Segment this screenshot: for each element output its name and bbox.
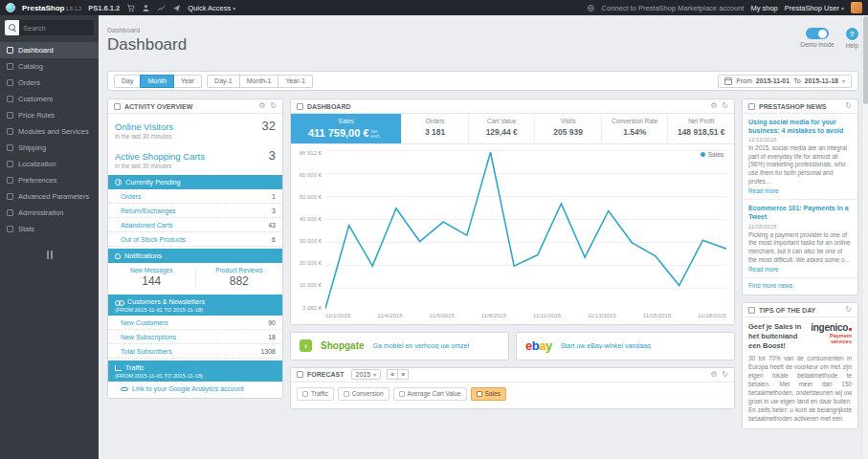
dashboard-panel: DASHBOARD ⚙ ↻ Sales 411 759,00 €tax excl… bbox=[290, 98, 735, 325]
shopgate-link[interactable]: Ga mobiel en verhoog uw omzet bbox=[373, 342, 470, 349]
article-title-link[interactable]: Ecommerce 101: Payments in a Tweet bbox=[748, 204, 852, 221]
abandoned-carts-link[interactable]: Abandoned Carts bbox=[121, 222, 172, 229]
range-button-year-1[interactable]: Year-1 bbox=[278, 75, 312, 88]
gear-icon[interactable]: ⚙ bbox=[258, 102, 265, 110]
search-input[interactable] bbox=[19, 24, 94, 33]
range-button-month-1[interactable]: Month-1 bbox=[239, 75, 279, 88]
legend-average-cart-value[interactable]: Average Cart Value bbox=[393, 387, 467, 401]
article-title-link[interactable]: Using social media for your business: 4 … bbox=[748, 118, 852, 135]
legend-conversion[interactable]: Conversion bbox=[338, 387, 389, 401]
range-button-month[interactable]: Month bbox=[140, 75, 173, 88]
stats-icon bbox=[7, 226, 13, 232]
sidebar-item-stats[interactable]: Stats bbox=[0, 221, 99, 237]
news-article: Using social media for your business: 4 … bbox=[743, 114, 857, 200]
rocket-icon[interactable] bbox=[172, 4, 181, 12]
year-select[interactable]: 2015▾ bbox=[351, 369, 382, 380]
sidebar-collapse-button[interactable] bbox=[47, 251, 53, 259]
sidebar-item-price-rules[interactable]: Price Rules bbox=[0, 107, 99, 123]
online-visitors-link[interactable]: Online Visitors bbox=[115, 121, 173, 132]
quick-access-menu[interactable]: Quick Access ▾ bbox=[188, 4, 235, 12]
date-range-picker[interactable]: From 2015-11-01 To 2015-11-18 ▾ bbox=[718, 75, 852, 88]
product-reviews-link[interactable]: Product Reviews 882 bbox=[195, 267, 283, 288]
help-button[interactable]: ? bbox=[846, 28, 858, 40]
gear-icon[interactable]: ⚙ bbox=[710, 371, 717, 379]
sales-line-svg bbox=[325, 150, 726, 311]
kpi-conversion-rate[interactable]: Conversion Rate 1.54% bbox=[602, 114, 669, 143]
end-date: 2015-11-18 bbox=[805, 77, 838, 84]
avatar[interactable] bbox=[851, 2, 862, 13]
article-excerpt: In 2015, social media are an integral pa… bbox=[748, 144, 852, 186]
marketplace-link[interactable]: Connect to PrestaShop Marketplace accoun… bbox=[602, 4, 745, 12]
refresh-icon[interactable]: ↻ bbox=[845, 102, 852, 110]
out-of-stock-link[interactable]: Out of Stock Products bbox=[121, 236, 186, 243]
read-more-link[interactable]: Read more bbox=[748, 187, 852, 194]
refresh-icon[interactable]: ↻ bbox=[722, 371, 728, 379]
start-date: 2015-11-01 bbox=[756, 77, 790, 84]
sidebar-item-advanced-parameters[interactable]: Advanced Parameters bbox=[0, 188, 99, 205]
chart-y-axis: 66 912 €60 000 € 50 000 €40 000 € 30 000… bbox=[295, 150, 325, 311]
pending-row: Return/Exchanges3 bbox=[108, 204, 282, 218]
kpi-net-profit[interactable]: Net Profit 148 918,51 € bbox=[668, 114, 734, 143]
online-visitors-value: 32 bbox=[262, 119, 276, 133]
sidebar-item-orders[interactable]: Orders bbox=[0, 75, 99, 91]
range-button-year[interactable]: Year bbox=[173, 75, 202, 88]
chevron-down-icon: ▾ bbox=[233, 6, 235, 11]
forecast-panel: FORECAST 2015▾ « » ⚙ ↻ Traffic Con bbox=[290, 367, 735, 409]
help-label: Help bbox=[846, 42, 858, 49]
breadcrumb[interactable]: Dashboard bbox=[107, 27, 187, 33]
sidebar-item-customers[interactable]: Customers bbox=[0, 91, 99, 107]
cart-icon[interactable] bbox=[126, 4, 135, 12]
total-subscribers-link[interactable]: Total Subscribers bbox=[121, 348, 172, 355]
sidebar-item-administration[interactable]: Administration bbox=[0, 205, 99, 221]
next-year-button[interactable]: » bbox=[397, 369, 409, 380]
chart-icon[interactable] bbox=[157, 4, 166, 12]
scrollbar-thumb[interactable] bbox=[863, 16, 868, 104]
article-date: 11/12/2015 bbox=[748, 137, 852, 142]
orders-link[interactable]: Orders bbox=[121, 193, 141, 200]
kpi-cart-value[interactable]: Cart Value 129,44 € bbox=[469, 114, 536, 143]
range-button-day[interactable]: Day bbox=[114, 75, 141, 88]
sidebar-item-dashboard[interactable]: Dashboard bbox=[0, 42, 99, 58]
google-analytics-link[interactable]: Link to your Google Analytics account bbox=[108, 382, 282, 398]
kpi-sales[interactable]: Sales 411 759,00 €tax excl. bbox=[291, 114, 402, 143]
article-excerpt: Picking a payment provider is one of the… bbox=[748, 231, 852, 265]
kpi-orders[interactable]: Orders 3 181 bbox=[402, 114, 469, 143]
find-more-news-link[interactable]: Find more news bbox=[743, 278, 857, 295]
person-icon[interactable] bbox=[142, 4, 150, 12]
search-icon bbox=[9, 24, 16, 32]
chart-legend[interactable]: Sales bbox=[701, 151, 723, 158]
shipping-icon bbox=[7, 144, 13, 151]
read-more-link[interactable]: Read more bbox=[748, 266, 852, 273]
legend-sales[interactable]: Sales bbox=[471, 387, 506, 401]
new-messages-link[interactable]: New Messages 144 bbox=[108, 267, 195, 288]
new-subscriptions-link[interactable]: New Subscriptions bbox=[121, 334, 176, 340]
demo-mode-label: Demo mode bbox=[800, 41, 834, 48]
sidebar-item-modules[interactable]: Modules and Services bbox=[0, 123, 99, 140]
active-carts-link[interactable]: Active Shopping Carts bbox=[115, 151, 205, 162]
sidebar-item-preferences[interactable]: Preferences bbox=[0, 172, 99, 188]
sidebar-item-shipping[interactable]: Shipping bbox=[0, 140, 99, 156]
refresh-icon[interactable]: ↻ bbox=[722, 102, 728, 110]
shop-name-link[interactable]: PS1.6.1.2 bbox=[88, 4, 120, 12]
calendar-icon bbox=[724, 77, 732, 85]
online-visitors-subtitle: in the last 30 minutes bbox=[108, 133, 282, 143]
search-button[interactable] bbox=[5, 20, 19, 35]
range-button-day-1[interactable]: Day-1 bbox=[207, 75, 240, 88]
refresh-icon[interactable]: ↻ bbox=[845, 306, 852, 314]
filter-bar: Day Month Year Day-1 Month-1 Year-1 From… bbox=[107, 71, 858, 91]
new-customers-link[interactable]: New Customers bbox=[121, 319, 168, 326]
refresh-icon[interactable]: ↻ bbox=[270, 102, 277, 110]
demo-mode-toggle[interactable] bbox=[806, 28, 829, 39]
customers-row: New Customers90 bbox=[108, 316, 282, 330]
gear-icon[interactable]: ⚙ bbox=[710, 102, 717, 110]
my-shop-link[interactable]: My shop bbox=[750, 4, 777, 12]
news-article: Ecommerce 101: Payments in a Tweet 11/05… bbox=[743, 200, 857, 278]
sidebar-item-catalog[interactable]: Catalog bbox=[0, 58, 99, 75]
kpi-visits[interactable]: Visits 205 939 bbox=[535, 114, 602, 143]
returns-link[interactable]: Return/Exchanges bbox=[121, 208, 176, 214]
user-menu[interactable]: PrestaShop User ▾ bbox=[785, 4, 844, 12]
ebay-link[interactable]: Start uw eBay-winkel vandaag bbox=[561, 342, 651, 349]
catalog-icon bbox=[7, 63, 13, 70]
sidebar-item-localization[interactable]: Localization bbox=[0, 156, 99, 172]
legend-traffic[interactable]: Traffic bbox=[297, 387, 334, 401]
